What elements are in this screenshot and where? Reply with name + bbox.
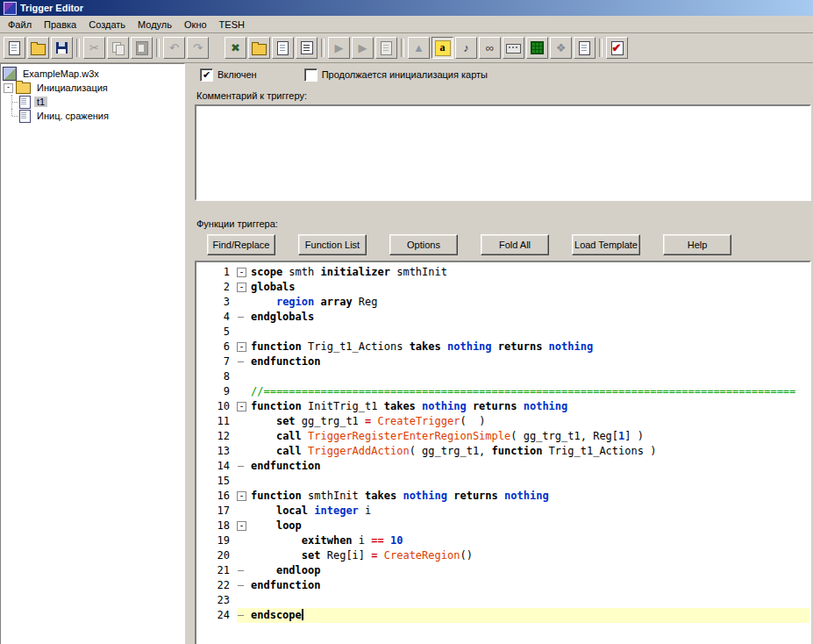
- line-number: 8: [196, 369, 237, 384]
- script-grid-icon: [531, 41, 544, 54]
- tree-collapse-icon[interactable]: -: [4, 83, 13, 93]
- enabled-checkbox[interactable]: ✔: [200, 68, 213, 82]
- script-grid-button[interactable]: [526, 37, 548, 59]
- code-text[interactable]: loop: [251, 519, 809, 533]
- comment-textarea[interactable]: [195, 104, 811, 201]
- line-number: 15: [196, 474, 237, 489]
- code-text[interactable]: [251, 325, 809, 340]
- import-manager-button[interactable]: ❖: [550, 37, 572, 59]
- code-text[interactable]: endfunction: [251, 354, 809, 369]
- map-init-checkbox[interactable]: [304, 68, 317, 82]
- code-text[interactable]: exitwhen i == 10: [251, 533, 809, 548]
- code-text[interactable]: scope smth initializer smthInit: [251, 265, 809, 280]
- code-text[interactable]: function InitTrig_t1 takes nothing retur…: [251, 399, 809, 414]
- help-button[interactable]: Help: [663, 234, 731, 255]
- fold-end-mark: [238, 585, 244, 586]
- trigger-comment-icon: [301, 41, 313, 54]
- tree-item-trigger-t1[interactable]: t1: [3, 95, 182, 109]
- menu-item-2[interactable]: Правка: [38, 18, 82, 32]
- line-number: 18: [196, 519, 237, 533]
- new-trigger-button[interactable]: [272, 37, 294, 59]
- panel-splitter[interactable]: [185, 63, 195, 644]
- trigger-editor-window: Trigger Editor ФайлПравкаСоздатьМодульОк…: [0, 0, 813, 644]
- text-caret: [302, 609, 303, 620]
- save-button[interactable]: [51, 37, 73, 59]
- menu-item-6[interactable]: TESH: [213, 18, 251, 32]
- fold-column: [237, 295, 251, 310]
- code-line-24: 24endscope: [196, 608, 809, 623]
- delete-trigger-button[interactable]: ✖: [225, 37, 246, 59]
- terrain-editor-button[interactable]: ▲: [408, 37, 430, 59]
- fold-column: -: [237, 519, 251, 533]
- code-text[interactable]: endfunction: [251, 578, 809, 593]
- sound-editor-button[interactable]: ♪: [455, 37, 477, 59]
- menu-item-3[interactable]: Создать: [82, 18, 132, 32]
- syntax-check-icon: [611, 41, 624, 55]
- line-number: 9: [196, 384, 237, 399]
- new-file-button[interactable]: [4, 37, 25, 59]
- redo-button: ↷: [187, 37, 209, 59]
- code-text[interactable]: call TriggerRegisterEnterRegionSimple( g…: [251, 429, 809, 444]
- tesh-keyboard-icon: [506, 44, 521, 54]
- find-replace-button[interactable]: Find/Replace: [207, 234, 275, 255]
- code-text[interactable]: set Reg[i] = CreateRegion(): [251, 548, 809, 563]
- code-area[interactable]: 1-scope smth initializer smthInit2-globa…: [195, 261, 811, 644]
- tree-panel[interactable]: ExampleMap.w3x-Инициализацияt1Иниц. сраж…: [0, 63, 185, 644]
- menu-item-5[interactable]: Окно: [178, 18, 213, 32]
- line-number: 1: [196, 265, 237, 280]
- code-text[interactable]: endscope: [251, 608, 809, 623]
- paste-button: [131, 37, 153, 59]
- fold-collapse-icon[interactable]: -: [237, 268, 246, 277]
- code-text[interactable]: [251, 369, 809, 384]
- menu-item-1[interactable]: Файл: [2, 18, 38, 32]
- code-text[interactable]: [251, 474, 809, 489]
- fold-all-button[interactable]: Fold All: [481, 234, 549, 255]
- fold-collapse-icon[interactable]: -: [237, 402, 246, 411]
- code-text[interactable]: endloop: [251, 563, 809, 578]
- code-text[interactable]: region array Reg: [251, 295, 809, 310]
- code-line-1: 1-scope smth initializer smthInit: [196, 265, 809, 280]
- tree-item-category-initialization[interactable]: -Инициализация: [3, 81, 182, 95]
- binoculars-find-button[interactable]: ∞: [479, 37, 501, 59]
- tree-item-label[interactable]: Инициализация: [34, 82, 111, 93]
- tree-item-label[interactable]: Иниц. сражения: [34, 111, 111, 121]
- code-text[interactable]: //======================================…: [251, 384, 809, 399]
- fold-collapse-icon[interactable]: -: [237, 283, 246, 292]
- title-bar[interactable]: Trigger Editor: [0, 0, 813, 16]
- syntax-check-button[interactable]: [606, 37, 628, 59]
- fold-collapse-icon[interactable]: -: [237, 491, 246, 501]
- load-template-button[interactable]: Load Template: [572, 234, 640, 255]
- code-text[interactable]: set gg_trg_t1 = CreateTrigger( ): [251, 414, 809, 429]
- toolbar-separator: [76, 39, 80, 57]
- tree-item-label[interactable]: t1: [34, 97, 47, 107]
- tree-connector: [5, 95, 19, 109]
- tesh-keyboard-button[interactable]: [503, 37, 524, 59]
- function-list-button[interactable]: Function List: [298, 234, 367, 255]
- export-script-button[interactable]: [574, 37, 595, 59]
- fold-column: [237, 563, 251, 578]
- code-text[interactable]: local integer i: [251, 504, 809, 519]
- fold-collapse-icon[interactable]: -: [237, 521, 246, 531]
- line-number: 2: [196, 280, 237, 295]
- code-text[interactable]: endfunction: [251, 459, 809, 474]
- line-number: 3: [196, 295, 237, 310]
- trigger-comment-button[interactable]: [296, 37, 317, 59]
- menu-item-4[interactable]: Модуль: [132, 18, 178, 32]
- tree-item-label[interactable]: ExampleMap.w3x: [20, 68, 102, 79]
- tree-item-trigger-init-battle[interactable]: Иниц. сражения: [3, 109, 182, 123]
- open-file-button[interactable]: [27, 37, 49, 59]
- line-number: 4: [196, 310, 237, 325]
- fold-column: -: [237, 265, 251, 280]
- code-text[interactable]: function smthInit takes nothing returns …: [251, 489, 809, 504]
- new-category-button[interactable]: [248, 37, 270, 59]
- code-text[interactable]: [251, 593, 809, 608]
- line-number: 11: [196, 414, 237, 429]
- code-text[interactable]: function Trig_t1_Actions takes nothing r…: [251, 340, 809, 354]
- tree-item-map-root[interactable]: ExampleMap.w3x: [3, 67, 182, 81]
- options-button[interactable]: Options: [389, 234, 458, 255]
- code-text[interactable]: endglobals: [251, 310, 809, 325]
- code-text[interactable]: call TriggerAddAction( gg_trg_t1, functi…: [251, 444, 809, 459]
- code-text[interactable]: globals: [251, 280, 809, 295]
- fold-collapse-icon[interactable]: -: [237, 342, 246, 352]
- syntax-highlight-button[interactable]: a: [431, 37, 453, 59]
